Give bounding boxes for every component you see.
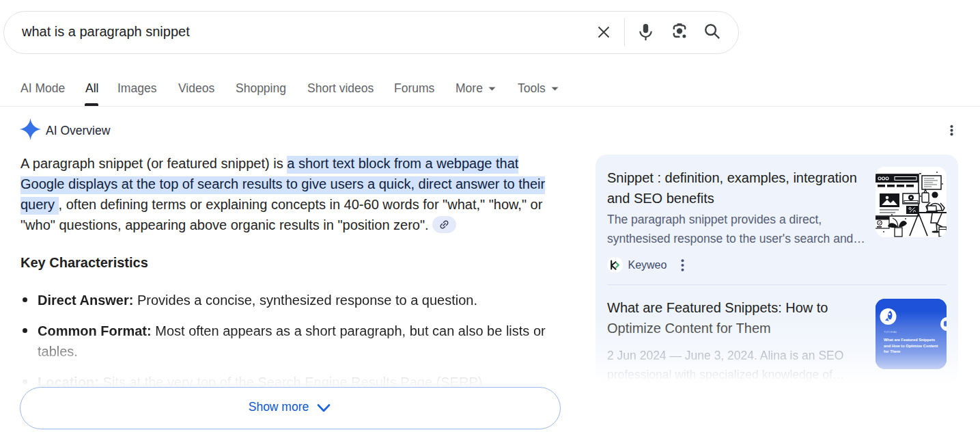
svg-text:TUTORIAL: TUTORIAL bbox=[884, 330, 897, 334]
svg-text:for Them: for Them bbox=[884, 349, 900, 353]
svg-text:and How to Optimize Content: and How to Optimize Content bbox=[884, 344, 938, 348]
svg-text:What are Featured Snippets: What are Featured Snippets bbox=[884, 338, 935, 342]
